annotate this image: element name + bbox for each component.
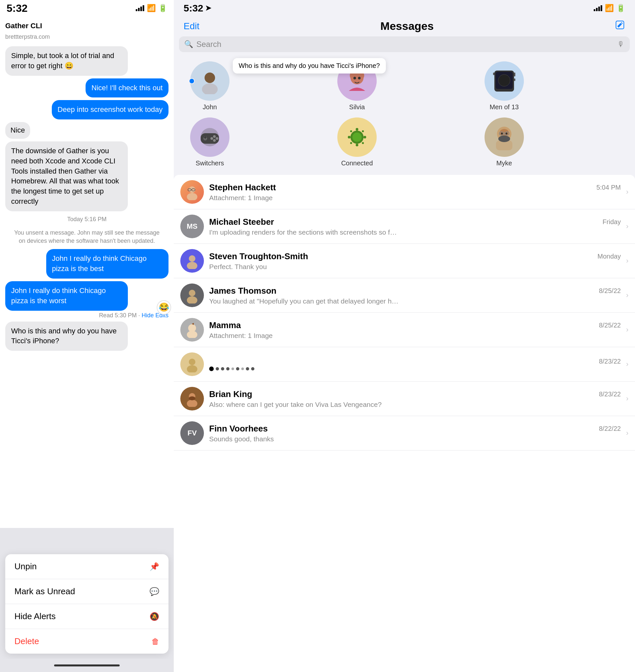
steven-ts-avatar (180, 249, 204, 273)
unknown-time: 8/23/22 (599, 358, 621, 365)
conversation-unknown[interactable]: 8/23/22 › (174, 347, 635, 382)
svg-point-1 (204, 72, 215, 83)
svg-point-56 (187, 331, 197, 338)
myke-name: Myke (496, 160, 512, 167)
svg-point-47 (187, 193, 197, 200)
steven-ts-name: Steven Troughton-Smith (209, 251, 308, 261)
john-avatar (190, 61, 229, 101)
brian-king-preview: Also: where can I get your take on Viva … (209, 401, 399, 408)
blur-overlay (0, 528, 174, 554)
connected-avatar-wrapper (337, 118, 377, 157)
bubble-1: Simple, but took a lot of trial and erro… (5, 46, 128, 76)
signal-bar-3 (140, 6, 142, 11)
svg-point-42 (505, 132, 507, 134)
context-unpin[interactable]: Unpin 📌 (5, 554, 169, 579)
reaction-badge: 😂 (157, 300, 171, 315)
myke-avatar-wrapper (484, 118, 524, 157)
messages-title: Messages (380, 20, 434, 33)
bubble-6: John I really do think Chicago pizza is … (46, 249, 169, 278)
unknown-avatar (180, 352, 204, 376)
bubble-2: Nice! I'll check this out (86, 79, 169, 98)
svg-point-29 (350, 130, 352, 132)
james-thomson-name: James Thomson (209, 286, 276, 296)
conversation-stephen-hackett[interactable]: Stephen Hackett 5:04 PM Attachment: 1 Im… (174, 175, 635, 209)
context-delete[interactable]: Delete 🗑 (5, 629, 169, 654)
svg-point-32 (362, 142, 364, 144)
bubble-5: The downside of Gather is you need both … (5, 142, 128, 211)
status-icons-left: 📶 🔋 (136, 4, 167, 13)
microphone-icon[interactable]: 🎙 (617, 40, 625, 48)
time-value-right: 5:32 (183, 3, 203, 14)
mamma-name-row: Mamma 8/25/22 (209, 320, 621, 331)
conversation-steven-troughton-smith[interactable]: Steven Troughton-Smith Monday Perfect. T… (174, 244, 635, 278)
svg-rect-11 (493, 72, 495, 75)
mamma-content: Mamma 8/25/22 Attachment: 1 Image (209, 320, 621, 340)
status-icons-right: 📶 🔋 (594, 4, 625, 13)
james-thomson-avatar (180, 284, 204, 307)
dot-3 (221, 367, 224, 371)
dot-4 (226, 367, 229, 371)
search-bar[interactable]: 🔍 Search 🎙 (179, 37, 630, 52)
stephen-hackett-name-row: Stephen Hackett 5:04 PM (209, 183, 621, 193)
signal-bars-left (136, 5, 144, 11)
svg-point-58 (187, 365, 197, 373)
mamma-avatar (180, 318, 204, 341)
pinned-connected[interactable]: Connected (331, 118, 383, 167)
pinned-switchers[interactable]: Switchers (183, 118, 236, 167)
compose-button[interactable] (615, 20, 625, 33)
bubble-7-wrapper: John I really do think Chicago pizza is … (5, 281, 169, 311)
pinned-john[interactable]: Who is this and why do you have Ticci's … (183, 61, 236, 111)
chat-sender-sub: brettterpstra.com (5, 34, 169, 40)
pinned-myke[interactable]: Myke (478, 118, 530, 167)
context-mark-unread[interactable]: Mark as Unread 💬 (5, 579, 169, 604)
michael-steeber-preview: I'm uploading renders for the sections w… (209, 228, 399, 236)
dot-8 (246, 367, 249, 371)
switchers-name: Switchers (196, 160, 224, 167)
dot-7 (241, 368, 244, 370)
conversation-michael-steeber[interactable]: MS Michael Steeber Friday I'm uploading … (174, 209, 635, 244)
status-bar-left: 5:32 📶 🔋 (0, 0, 174, 16)
bubble-4: Nice (5, 122, 30, 139)
svg-rect-22 (205, 136, 205, 139)
left-panel: 5:32 📶 🔋 Gather CLI brettterpstra.com Si… (0, 0, 174, 672)
read-receipt: Read 5:30 PM · Hide Edits (99, 312, 169, 319)
signal-bar-4 (143, 5, 144, 11)
james-thomson-preview: You laughed at "Hopefully you can get th… (209, 297, 399, 305)
svg-point-27 (348, 136, 350, 139)
stephen-hackett-chevron: › (626, 188, 629, 196)
brian-king-name: Brian King (209, 389, 252, 399)
message-list: Stephen Hackett 5:04 PM Attachment: 1 Im… (174, 175, 635, 672)
switchers-avatar (190, 118, 229, 157)
status-time-right: 5:32 ➤ (183, 3, 211, 14)
pinned-grid: Who is this and why do you have Ticci's … (177, 59, 632, 170)
dot-5 (232, 368, 234, 370)
conversation-mamma[interactable]: Mamma 8/25/22 Attachment: 1 Image › (174, 313, 635, 347)
james-thomson-content: James Thomson 8/25/22 You laughed at "Ho… (209, 286, 621, 305)
conversation-finn-voorhees[interactable]: FV Finn Voorhees 8/22/22 Sounds good, th… (174, 416, 635, 450)
brian-king-name-row: Brian King 8/23/22 (209, 389, 621, 399)
status-time-left: 5:32 (6, 2, 27, 15)
chat-area: Gather CLI brettterpstra.com Simple, but… (0, 16, 174, 528)
svg-point-60 (187, 400, 197, 407)
bubble-3: Deep into screenshot work today (52, 100, 169, 120)
john-avatar-wrapper: Who is this and why do you have Ticci's … (190, 61, 229, 101)
edit-button[interactable]: Edit (183, 21, 199, 31)
context-hide-alerts[interactable]: Hide Alerts 🔕 (5, 604, 169, 629)
finn-voorhees-time: 8/22/22 (599, 425, 621, 433)
menof13-avatar (484, 61, 524, 101)
conversation-james-thomson[interactable]: James Thomson 8/25/22 You laughed at "Ho… (174, 278, 635, 313)
myke-avatar (484, 118, 524, 157)
context-hide-alerts-label: Hide Alerts (15, 611, 56, 622)
pinned-menof13[interactable]: Men of 13 (478, 61, 530, 111)
connected-avatar (337, 118, 377, 157)
unknown-preview (209, 366, 621, 371)
signal-bar-2 (138, 8, 140, 11)
system-time: Today 5:16 PM (5, 214, 169, 225)
stephen-hackett-time: 5:04 PM (596, 184, 620, 191)
finn-voorhees-chevron: › (626, 429, 629, 437)
context-mark-unread-label: Mark as Unread (15, 586, 75, 596)
james-thomson-time: 8/25/22 (599, 287, 621, 295)
svg-point-54 (187, 296, 197, 303)
conversation-brian-king[interactable]: Brian King 8/23/22 Also: where can I get… (174, 382, 635, 416)
dot-9 (251, 367, 255, 371)
